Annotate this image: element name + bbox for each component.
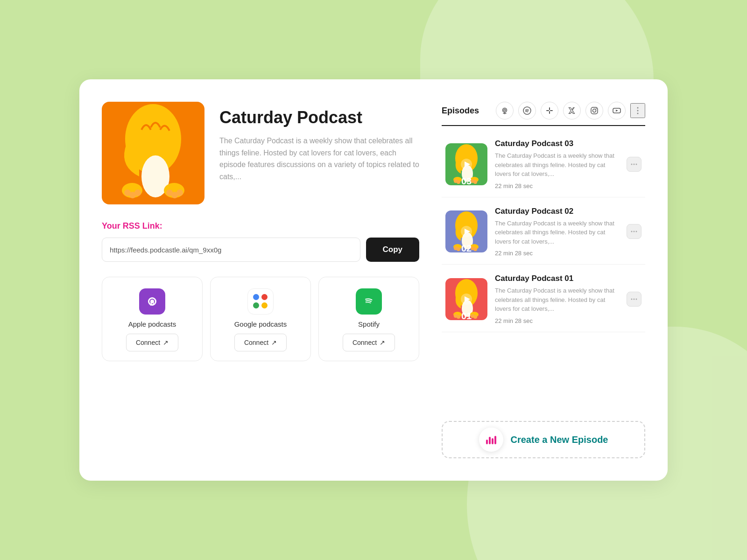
- rss-input[interactable]: [102, 238, 360, 262]
- svg-point-39: [631, 163, 633, 165]
- episode-03-title: Caturday Podcast 03: [495, 139, 619, 148]
- social-google-button[interactable]: [541, 102, 558, 119]
- create-episode-label: Create a New Episode: [511, 434, 608, 445]
- copy-button[interactable]: Copy: [366, 238, 420, 262]
- svg-point-67: [631, 298, 633, 300]
- episode-item: 02 Caturday Podcast 02 The Caturday Podc…: [442, 199, 645, 265]
- social-youtube-button[interactable]: [608, 102, 626, 119]
- svg-text:03: 03: [461, 176, 472, 185]
- apple-connect-button[interactable]: Connect ↗: [126, 334, 178, 351]
- episodes-tab[interactable]: Episodes: [442, 106, 479, 116]
- podcast-artwork: [102, 102, 204, 204]
- google-dot-blue: [253, 294, 259, 300]
- episode-03-menu-button[interactable]: [627, 157, 641, 172]
- svg-rect-73: [494, 436, 496, 444]
- more-options-button[interactable]: [630, 103, 645, 118]
- spotify-name: Spotify: [358, 320, 380, 328]
- social-icons: [496, 102, 645, 119]
- social-twitter-button[interactable]: [563, 102, 581, 119]
- episode-item: 01 Caturday Podcast 01 The Caturday Podc…: [442, 266, 645, 332]
- episode-03-info: Caturday Podcast 03 The Caturday Podcast…: [495, 139, 619, 189]
- svg-point-26: [637, 110, 639, 112]
- episode-01-title: Caturday Podcast 01: [495, 274, 619, 283]
- episode-01-thumb: 01: [445, 278, 487, 320]
- right-panel: Episodes: [442, 102, 645, 458]
- svg-point-34: [457, 180, 460, 184]
- svg-point-55: [636, 231, 637, 232]
- google-dot-yellow: [261, 302, 268, 308]
- episode-02-duration: 22 min 28 sec: [495, 250, 619, 257]
- social-podcast-button[interactable]: [496, 102, 514, 119]
- apple-podcasts-icon: [139, 288, 165, 315]
- episode-02-menu-button[interactable]: [627, 224, 641, 239]
- social-spotify-button[interactable]: [518, 102, 536, 119]
- episodes-header: Episodes: [442, 102, 645, 126]
- platform-card-apple: Apple podcasts Connect ↗: [102, 277, 203, 361]
- svg-point-62: [457, 315, 460, 319]
- episode-02-thumb: 02: [445, 210, 487, 252]
- platform-card-spotify: Spotify Connect ↗: [318, 277, 419, 361]
- svg-rect-71: [489, 437, 491, 444]
- svg-point-53: [631, 231, 633, 232]
- svg-rect-70: [486, 440, 488, 444]
- google-dot-green: [253, 302, 259, 308]
- svg-point-41: [636, 163, 637, 165]
- episode-02-desc: The Caturday Podcast is a weekly show th…: [495, 219, 619, 246]
- svg-rect-17: [549, 107, 550, 110]
- episode-02-info: Caturday Podcast 02 The Caturday Podcast…: [495, 207, 619, 257]
- podcast-info: Caturday Podcast The Caturday Podcast is…: [219, 102, 419, 183]
- svg-point-25: [637, 107, 639, 109]
- episode-03-desc: The Caturday Podcast is a weekly show th…: [495, 151, 619, 179]
- podcast-description: The Caturday Podcast is a weekly show th…: [219, 135, 419, 182]
- svg-point-40: [634, 163, 635, 165]
- svg-point-48: [457, 247, 460, 251]
- svg-point-22: [593, 109, 596, 112]
- google-podcasts-icon: [247, 288, 274, 315]
- svg-rect-72: [492, 438, 493, 444]
- rss-section: Your RSS Link: Copy: [102, 221, 419, 262]
- external-link-icon-spotify: ↗: [380, 339, 385, 346]
- podcast-title: Caturday Podcast: [219, 107, 419, 127]
- svg-point-54: [634, 231, 635, 232]
- episode-item: 03 Caturday Podcast 03 The Caturday Podc…: [442, 132, 645, 197]
- svg-point-12: [151, 301, 154, 303]
- svg-point-15: [504, 109, 506, 111]
- episode-02-title: Caturday Podcast 02: [495, 207, 619, 216]
- svg-rect-20: [550, 110, 553, 111]
- svg-point-13: [362, 295, 375, 308]
- svg-point-36: [473, 180, 477, 184]
- svg-point-50: [473, 247, 477, 251]
- svg-point-23: [596, 108, 597, 109]
- svg-point-69: [636, 298, 637, 300]
- rss-input-row: Copy: [102, 238, 419, 262]
- google-dot-red: [261, 294, 268, 300]
- svg-point-10: [176, 189, 183, 196]
- apple-connect-label: Connect: [136, 339, 160, 346]
- main-card: Caturday Podcast The Caturday Podcast is…: [79, 79, 668, 481]
- episodes-list: 03 Caturday Podcast 03 The Caturday Podc…: [442, 132, 645, 413]
- episode-01-duration: 22 min 28 sec: [495, 317, 619, 324]
- google-podcasts-name: Google podcasts: [234, 320, 287, 328]
- apple-podcasts-name: Apple podcasts: [128, 320, 176, 328]
- podcast-header: Caturday Podcast The Caturday Podcast is…: [102, 102, 419, 204]
- google-dots: [253, 294, 268, 309]
- svg-point-27: [637, 113, 639, 114]
- spotify-connect-button[interactable]: Connect ↗: [343, 334, 395, 351]
- svg-rect-18: [549, 111, 550, 114]
- platforms-row: Apple podcasts Connect ↗ Google podcasts: [102, 277, 419, 361]
- episode-01-desc: The Caturday Podcast is a weekly show th…: [495, 286, 619, 314]
- svg-text:01: 01: [461, 311, 472, 320]
- spotify-connect-label: Connect: [352, 339, 377, 346]
- google-connect-button[interactable]: Connect ↗: [234, 334, 287, 351]
- social-instagram-button[interactable]: [585, 102, 603, 119]
- svg-point-68: [634, 298, 635, 300]
- episode-01-menu-button[interactable]: [627, 292, 641, 307]
- rss-label: Your RSS Link:: [102, 221, 419, 231]
- svg-point-6: [134, 189, 141, 196]
- create-new-episode-button[interactable]: Create a New Episode: [442, 421, 645, 458]
- create-episode-icon: [479, 427, 503, 452]
- episode-03-thumb: 03: [445, 143, 487, 185]
- external-link-icon-google: ↗: [271, 339, 277, 346]
- svg-rect-21: [591, 107, 598, 114]
- platform-card-google: Google podcasts Connect ↗: [210, 277, 311, 361]
